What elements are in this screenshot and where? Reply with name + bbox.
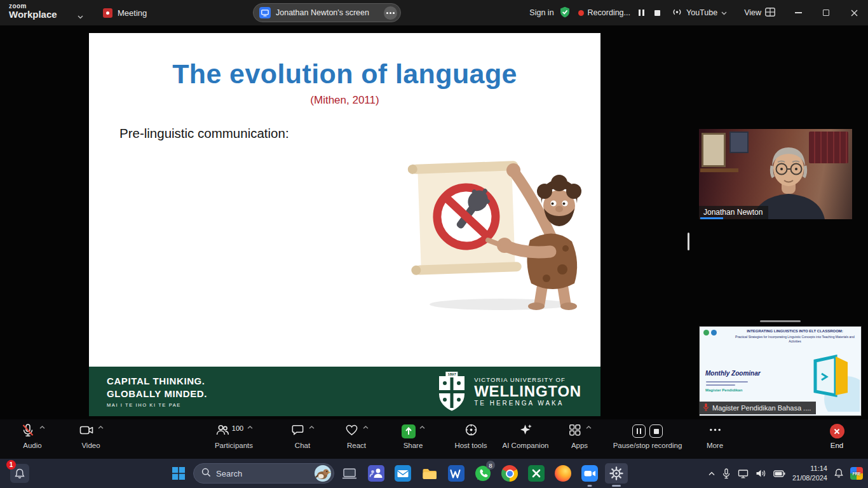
participants-button[interactable]: 100 Participants (201, 423, 267, 457)
view-menu[interactable]: View (744, 8, 775, 18)
zoom-workplace-logo[interactable]: zoom Workplace (9, 3, 57, 20)
taskbar-app-teams-icon[interactable] (365, 463, 388, 484)
tagline-line-1: CAPITAL THINKING. (107, 375, 207, 388)
search-label: Search (216, 469, 242, 478)
share-screen-icon (402, 424, 416, 438)
audio-options-chevron-icon[interactable] (39, 426, 45, 429)
livestream-youtube-menu[interactable]: YouTube (672, 8, 727, 18)
maximize-button[interactable] (812, 0, 840, 25)
taskbar-clock[interactable]: 11:14 21/08/2024 (792, 464, 827, 483)
participant-name-tag: Magister Pendidikan Bahasa .... (700, 402, 816, 414)
established-year: 1897 (445, 372, 458, 377)
share-label: Share (403, 442, 423, 449)
tray-mic-icon[interactable] (722, 468, 731, 479)
youtube-label: YouTube (686, 8, 717, 17)
brand-chevron-down-icon[interactable] (78, 10, 83, 22)
tray-volume-icon[interactable] (756, 469, 766, 478)
taskbar-app-word-icon[interactable] (445, 463, 468, 484)
more-button[interactable]: More (691, 423, 738, 457)
university-tagline: CAPITAL THINKING. GLOBALLY MINDED. MAI I… (107, 375, 207, 408)
taskbar-app-settings-icon[interactable] (605, 463, 628, 484)
speaker-video-tile[interactable]: Jonathan Newton (699, 129, 852, 219)
tray-notification-bell-icon[interactable] (834, 468, 843, 478)
recording-label: Recording... (588, 8, 630, 17)
video-button[interactable]: Video (64, 423, 118, 457)
stop-recording-tile-icon[interactable] (649, 424, 663, 438)
pause-recording-tile-icon[interactable] (632, 424, 646, 438)
taskbar-app-whatsapp-icon[interactable]: 8 (471, 463, 494, 484)
close-button[interactable] (840, 0, 868, 25)
more-ellipsis-icon (708, 423, 722, 440)
pause-stop-recording-label: Pause/stop recording (613, 442, 682, 449)
shared-presentation-slide: The evolution of language (Mithen, 2011)… (89, 33, 600, 416)
tab-meeting[interactable]: Meeting (95, 0, 154, 25)
security-shield-icon[interactable] (560, 6, 570, 20)
taskbar-app-file-explorer-icon[interactable] (418, 463, 441, 484)
host-tools-label: Host tools (454, 442, 487, 449)
slide-title: The evolution of language (89, 58, 600, 90)
apps-button[interactable]: Apps (553, 423, 606, 457)
video-options-chevron-icon[interactable] (98, 426, 104, 429)
titlebar-right-controls: Sign in Recording... YouTube View (529, 0, 775, 25)
chat-button[interactable]: Chat (278, 423, 327, 457)
ai-companion-button[interactable]: AI Companion (496, 423, 555, 457)
panel-resize-handle[interactable] (760, 320, 801, 322)
poster-logo-icon-2 (711, 330, 717, 336)
view-label: View (744, 8, 761, 17)
pause-recording-icon[interactable] (636, 8, 646, 18)
react-chevron-icon[interactable] (363, 426, 369, 429)
notification-bell-icon[interactable]: 1 (10, 464, 29, 483)
chat-bubble-icon (290, 423, 305, 440)
search-icon (201, 468, 211, 479)
participants-chevron-icon[interactable] (247, 426, 253, 429)
windows-start-button[interactable] (168, 463, 189, 484)
taskbar-search-box[interactable]: Search (193, 463, 334, 484)
poster-logos (703, 330, 717, 336)
slide-body-text: Pre-linguistic communication: (119, 126, 289, 141)
tray-chevron-up-icon[interactable] (709, 471, 715, 476)
share-chevron-icon[interactable] (419, 426, 425, 429)
react-label: React (347, 442, 366, 449)
tagline-line-2: GLOBALLY MINDED. (107, 388, 207, 400)
share-options-button[interactable] (384, 6, 397, 20)
poster-subheading: Practical Strategies for Incorporating L… (731, 335, 858, 344)
react-button[interactable]: React (330, 423, 383, 457)
muted-mic-icon (703, 403, 709, 412)
share-button[interactable]: Share (386, 423, 440, 457)
audio-button[interactable]: Audio (5, 423, 60, 457)
clock-time: 11:14 (792, 464, 827, 473)
tray-color-app-icon[interactable]: FRE (850, 467, 863, 480)
taskbar-app-chrome-icon[interactable] (498, 463, 521, 484)
taskbar-app-zoom-icon[interactable] (578, 463, 601, 484)
more-label: More (707, 442, 723, 449)
search-highlight-bird-icon[interactable] (315, 465, 331, 482)
taskbar-app-laptop-icon[interactable] (338, 463, 361, 484)
university-logo: 1897 VICTORIA UNIVERSITY OF (437, 372, 581, 411)
apps-chevron-icon[interactable] (586, 426, 592, 429)
caveman-illustration (405, 145, 587, 311)
poster-heading-block: INTEGRATING LINGUISTICS INTO ELT CLASSRO… (731, 329, 858, 343)
notification-count-badge: 1 (6, 460, 16, 470)
sign-in-link[interactable]: Sign in (529, 8, 553, 17)
apps-grid-icon (567, 423, 582, 440)
sidebar-scrollbar[interactable] (688, 233, 689, 250)
minimize-button[interactable] (784, 0, 812, 25)
taskbar-app-excel-icon[interactable] (525, 463, 548, 484)
host-tools-button[interactable]: Host tools (443, 423, 499, 457)
taskbar-app-firefox-icon[interactable] (552, 463, 574, 484)
end-meeting-button[interactable]: End (813, 423, 860, 457)
end-call-icon (830, 424, 844, 438)
stop-recording-icon[interactable] (652, 8, 662, 18)
audio-label: Audio (23, 442, 41, 449)
tray-display-icon[interactable] (738, 469, 749, 478)
shared-screen-pill[interactable]: Jonathan Newton's screen (253, 3, 401, 22)
pause-stop-recording-button[interactable]: Pause/stop recording (601, 423, 694, 457)
ellipsis-icon (390, 12, 391, 14)
meeting-tab-label: Meeting (118, 8, 147, 18)
tray-battery-icon[interactable] (773, 470, 785, 477)
poster-logo-icon (703, 330, 709, 336)
chat-chevron-icon[interactable] (309, 426, 315, 429)
participant-video-tile[interactable]: INTEGRATING LINGUISTICS INTO ELT CLASSRO… (699, 326, 862, 416)
slide-citation: (Mithen, 2011) (89, 94, 600, 107)
taskbar-app-mail-icon[interactable] (391, 463, 414, 484)
